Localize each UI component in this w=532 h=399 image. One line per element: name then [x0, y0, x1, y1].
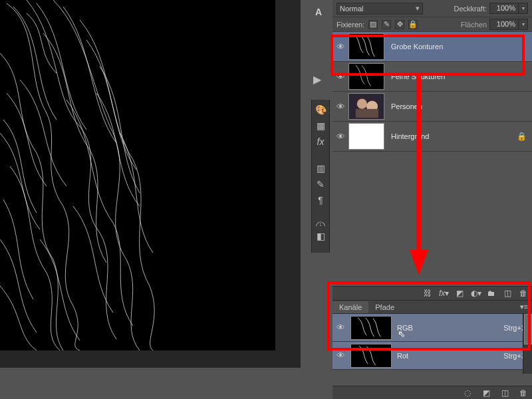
- character-panel-icon[interactable]: A: [315, 7, 322, 17]
- svg-rect-8: [352, 344, 391, 367]
- lock-transparency-icon[interactable]: ▨: [368, 20, 378, 29]
- adjustment-layer-icon[interactable]: ◐▾: [471, 289, 480, 298]
- layer-blend-row: Normal Deckkraft: 100% ▾: [332, 0, 532, 17]
- layer-row-personen[interactable]: 👁 Personen: [332, 92, 532, 122]
- channel-name: RGB: [397, 324, 413, 332]
- tab-kanaele[interactable]: Kanäle: [332, 301, 368, 313]
- actions-play-icon[interactable]: ▶: [313, 73, 321, 86]
- layer-row-hintergrund[interactable]: 👁 Hintergrund 🔒: [332, 122, 532, 152]
- blend-mode-value: Normal: [340, 5, 363, 13]
- right-panels: A ▶ 🎨 ▦ fx ▥ ✎ ¶ ⓘ ◧ Normal Deckkraft: 1…: [301, 0, 532, 399]
- delete-layer-icon[interactable]: 🗑: [519, 289, 528, 298]
- opacity-dropdown-icon[interactable]: ▾: [519, 3, 528, 14]
- link-layers-icon[interactable]: ⛓: [423, 289, 432, 298]
- layers-panel-footer: ⛓ fx▾ ◩ ◐▾ 🖿 ◫ 🗑: [332, 286, 532, 301]
- layer-name[interactable]: Personen: [391, 102, 527, 110]
- lock-icon: 🔒: [517, 132, 527, 141]
- visibility-eye-icon[interactable]: 👁: [332, 132, 348, 142]
- lock-position-icon[interactable]: ✥: [395, 20, 404, 29]
- adjustments-icon[interactable]: fx: [314, 136, 327, 148]
- channels-panel-footer: ◌ ◩ ◫ 🗑: [332, 386, 532, 399]
- svg-point-4: [357, 99, 367, 109]
- notes-icon[interactable]: ✎: [314, 178, 327, 190]
- layer-name[interactable]: Hintergrund: [391, 132, 517, 140]
- visibility-eye-icon[interactable]: 👁: [332, 102, 348, 112]
- svg-rect-2: [349, 64, 383, 89]
- channels-tabs: Kanäle Pfade ▾≡: [332, 301, 532, 314]
- layer-mask-icon[interactable]: ◩: [455, 289, 464, 298]
- visibility-eye-icon[interactable]: 👁: [332, 323, 348, 332]
- fill-dropdown-icon[interactable]: ▾: [519, 19, 528, 30]
- channel-row-rgb[interactable]: 👁 RGB Strg+2 ⇖: [332, 314, 532, 342]
- fill-label: Flächen: [461, 21, 487, 29]
- document-image[interactable]: [0, 0, 275, 350]
- scrollbar-thumb[interactable]: [524, 314, 532, 344]
- canvas-area[interactable]: [0, 0, 301, 368]
- svg-rect-0: [0, 0, 275, 350]
- lock-image-icon[interactable]: ✎: [382, 20, 391, 29]
- svg-rect-7: [352, 317, 391, 339]
- visibility-eye-icon[interactable]: 👁: [332, 350, 348, 360]
- layer-row-grobe-konturen[interactable]: 👁 Grobe Konturen: [332, 32, 532, 62]
- panel-dock-2: ◧: [311, 226, 330, 246]
- layer-thumbnail[interactable]: [348, 123, 384, 150]
- opacity-label: Deckkraft:: [454, 5, 487, 13]
- channels-panel: Kanäle Pfade ▾≡ 👁 RGB Strg+2 ⇖ 👁 Rot Str…: [332, 301, 532, 370]
- channel-name: Rot: [397, 352, 408, 360]
- layer-thumbnail[interactable]: [348, 93, 384, 120]
- svg-rect-1: [349, 34, 383, 59]
- blend-mode-select[interactable]: Normal: [336, 3, 423, 15]
- lock-label: Fixieren:: [336, 21, 364, 29]
- channel-thumbnail[interactable]: [350, 316, 392, 340]
- layer-name[interactable]: Grobe Konturen: [391, 43, 527, 51]
- navigator-icon[interactable]: ◧: [314, 230, 327, 242]
- layer-list: 👁 Grobe Konturen 👁 Feine Strukturen 👁 Pe…: [332, 32, 532, 152]
- layer-row-feine-strukturen[interactable]: 👁 Feine Strukturen: [332, 62, 532, 92]
- group-icon[interactable]: 🖿: [487, 289, 496, 298]
- svg-rect-6: [356, 109, 378, 118]
- swatches-icon[interactable]: 🎨: [314, 104, 327, 116]
- visibility-eye-icon[interactable]: 👁: [332, 72, 348, 82]
- opacity-value[interactable]: 100%: [489, 3, 519, 14]
- panel-menu-icon[interactable]: ▾≡: [520, 303, 532, 311]
- channels-scrollbar[interactable]: [523, 314, 532, 374]
- lock-all-icon[interactable]: 🔒: [408, 20, 418, 29]
- visibility-eye-icon[interactable]: 👁: [332, 42, 348, 52]
- glyphs-icon[interactable]: ¶: [314, 194, 327, 206]
- load-selection-icon[interactable]: ◌: [463, 388, 472, 398]
- fill-value[interactable]: 100%: [489, 19, 519, 30]
- save-selection-icon[interactable]: ◩: [481, 388, 491, 398]
- layer-thumbnail[interactable]: [348, 33, 384, 60]
- layer-lock-row: Fixieren: ▨ ✎ ✥ 🔒 Flächen 100% ▾: [332, 17, 532, 32]
- tab-pfade[interactable]: Pfade: [368, 301, 401, 313]
- new-layer-icon[interactable]: ◫: [503, 289, 512, 298]
- new-channel-icon[interactable]: ◫: [500, 388, 509, 398]
- layer-name[interactable]: Feine Strukturen: [391, 72, 527, 80]
- styles-icon[interactable]: ▦: [314, 120, 327, 132]
- delete-channel-icon[interactable]: 🗑: [519, 388, 528, 398]
- histogram-icon[interactable]: ▥: [314, 162, 327, 174]
- layer-fx-icon[interactable]: fx▾: [439, 289, 448, 298]
- layer-thumbnail[interactable]: [348, 63, 384, 90]
- channel-row-rot[interactable]: 👁 Rot Strg+3: [332, 342, 532, 370]
- channel-thumbnail[interactable]: [350, 344, 392, 368]
